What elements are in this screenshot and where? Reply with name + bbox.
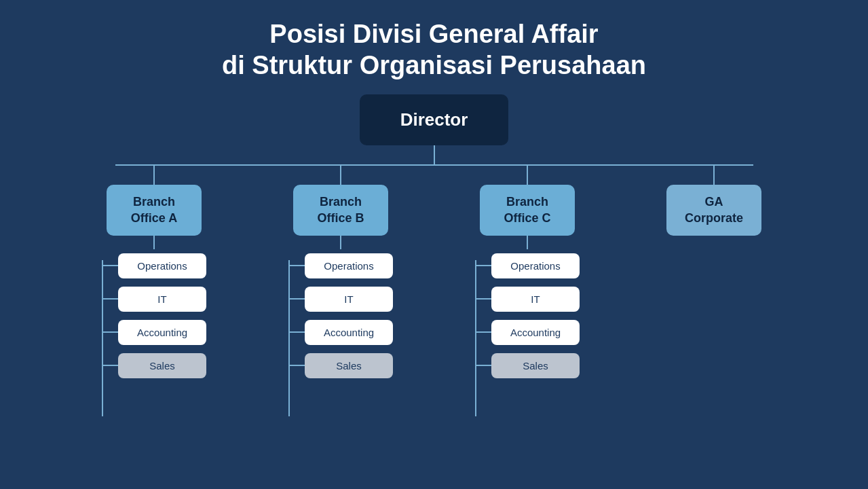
it-b: IT bbox=[305, 287, 393, 312]
branch-a-subs-down bbox=[153, 236, 155, 249]
list-item: Sales bbox=[290, 349, 393, 382]
operations-c: Operations bbox=[491, 253, 580, 278]
org-chart: Director BranchOffice A Operations bbox=[0, 94, 868, 489]
accounting-a: Accounting bbox=[118, 320, 206, 345]
branch-b-subs-area: Operations IT Accounting Sales bbox=[288, 249, 393, 416]
sub-horiz-3 bbox=[290, 331, 305, 333]
director-box: Director bbox=[360, 94, 509, 145]
branch-c-subs-down bbox=[527, 236, 528, 249]
branches-row: BranchOffice A Operations IT Accountin bbox=[61, 166, 808, 416]
branch-c-subs-list: Operations IT Accounting Sales bbox=[476, 249, 580, 382]
sub-horiz-3 bbox=[476, 331, 491, 333]
list-item: IT bbox=[476, 283, 580, 316]
ga-corporate-box: GACorporate bbox=[666, 185, 761, 236]
branch-col-b: BranchOffice B Operations IT Accountin bbox=[248, 166, 434, 416]
list-item: Accounting bbox=[476, 316, 580, 349]
it-a: IT bbox=[118, 287, 206, 312]
list-item: Operations bbox=[103, 249, 206, 283]
list-item: Sales bbox=[476, 349, 580, 382]
branch-c-subs-area: Operations IT Accounting Sales bbox=[475, 249, 580, 416]
accounting-c: Accounting bbox=[491, 320, 580, 345]
list-item: Accounting bbox=[103, 316, 206, 349]
branch-b-subs-down bbox=[340, 236, 341, 249]
branch-b-subs-list: Operations IT Accounting Sales bbox=[290, 249, 393, 382]
branch-col-a: BranchOffice A Operations IT Accountin bbox=[61, 166, 248, 416]
sub-horiz-4 bbox=[476, 365, 491, 366]
branch-b-connector-down bbox=[340, 166, 341, 185]
branch-b-box: BranchOffice B bbox=[293, 185, 388, 236]
branch-a-box: BranchOffice A bbox=[107, 185, 202, 236]
title-section: Posisi Divisi General Affair di Struktur… bbox=[208, 0, 660, 94]
sub-horiz-4 bbox=[103, 365, 118, 366]
director-connector bbox=[434, 145, 435, 164]
title-line2: di Struktur Organisasi Perusahaan bbox=[222, 51, 646, 79]
list-item: Accounting bbox=[290, 316, 393, 349]
sub-horiz-3 bbox=[103, 331, 118, 333]
sub-horiz-2 bbox=[476, 298, 491, 300]
sub-horiz-2 bbox=[103, 298, 118, 300]
sub-horiz-1 bbox=[476, 265, 491, 266]
sub-horiz-2 bbox=[290, 298, 305, 300]
list-item: Operations bbox=[476, 249, 580, 283]
branch-c-connector-down bbox=[527, 166, 528, 185]
branch-a-subs-area: Operations IT Accounting Sales bbox=[102, 249, 206, 416]
sales-b: Sales bbox=[305, 353, 393, 378]
list-item: IT bbox=[103, 283, 206, 316]
sub-horiz-1 bbox=[290, 265, 305, 266]
branch-col-c: BranchOffice C Operations IT Accountin bbox=[434, 166, 621, 416]
list-item: IT bbox=[290, 283, 393, 316]
accounting-b: Accounting bbox=[305, 320, 393, 345]
branch-col-ga: GACorporate bbox=[621, 166, 808, 416]
sub-horiz-1 bbox=[103, 265, 118, 266]
title-line1: Posisi Divisi General Affair bbox=[269, 20, 598, 48]
list-item: Operations bbox=[290, 249, 393, 283]
operations-a: Operations bbox=[118, 253, 206, 278]
sales-c: Sales bbox=[491, 353, 580, 378]
list-item: Sales bbox=[103, 349, 206, 382]
operations-b: Operations bbox=[305, 253, 393, 278]
branch-a-connector-down bbox=[153, 166, 155, 185]
branch-c-box: BranchOffice C bbox=[480, 185, 575, 236]
sub-horiz-4 bbox=[290, 365, 305, 366]
ga-connector-down bbox=[713, 166, 715, 185]
sales-a: Sales bbox=[118, 353, 206, 378]
branch-a-subs-list: Operations IT Accounting Sales bbox=[103, 249, 206, 382]
it-c: IT bbox=[491, 287, 580, 312]
